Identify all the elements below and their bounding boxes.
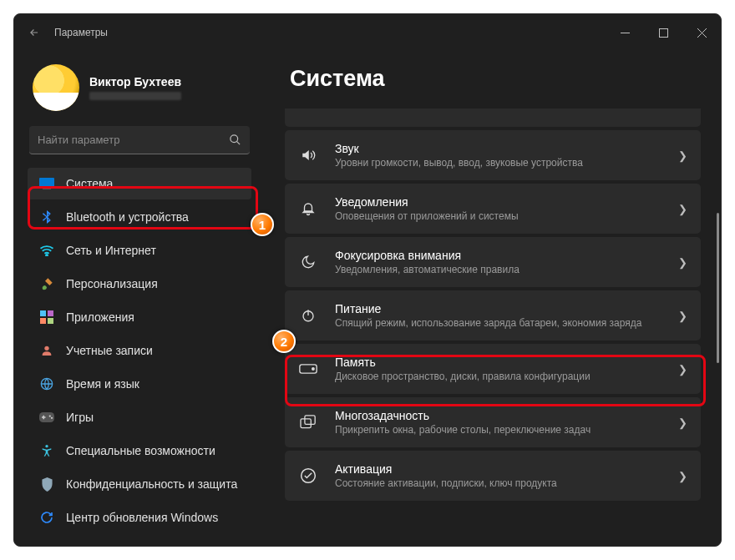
sound-icon xyxy=(298,145,318,165)
svg-point-12 xyxy=(49,415,51,416)
card-desc: Уведомления, автоматические правила xyxy=(335,264,678,275)
minimize-button[interactable] xyxy=(606,19,644,46)
card-title: Активация xyxy=(335,462,678,476)
svg-rect-15 xyxy=(43,416,45,420)
card-title: Многозадачность xyxy=(335,409,678,422)
card-title: Память xyxy=(335,356,678,369)
check-circle-icon xyxy=(298,466,318,486)
card-desc: Дисковое пространство, диски, правила ко… xyxy=(335,371,678,382)
chevron-right-icon: ❯ xyxy=(678,363,687,376)
svg-point-10 xyxy=(44,346,48,351)
close-button[interactable] xyxy=(682,19,721,46)
card-desc: Прикрепить окна, рабочие столы, переключ… xyxy=(335,424,678,436)
sidebar-item-label: Bluetooth и устройства xyxy=(66,210,189,224)
back-button[interactable] xyxy=(21,19,48,46)
shield-icon xyxy=(39,477,54,492)
card-storage[interactable]: Память Дисковое пространство, диски, пра… xyxy=(285,344,701,394)
titlebar: Параметры xyxy=(14,14,721,51)
card-desc: Оповещения от приложений и системы xyxy=(335,210,678,222)
profile-block[interactable]: Виктор Бухтеев xyxy=(33,64,251,111)
sidebar-item-label: Сеть и Интернет xyxy=(66,244,156,257)
sidebar-item-label: Конфиденциальность и защита xyxy=(66,477,237,491)
svg-rect-7 xyxy=(48,310,53,316)
card-activation[interactable]: Активация Состояние активации, подписки,… xyxy=(285,451,701,501)
card-desc: Уровни громкости, вывод, ввод, звуковые … xyxy=(335,157,678,169)
multitasking-icon xyxy=(298,412,318,432)
apps-icon xyxy=(39,310,54,325)
sidebar-item-privacy[interactable]: Конфиденциальность и защита xyxy=(28,468,251,500)
sidebar-item-accessibility[interactable]: Специальные возможности xyxy=(28,435,251,467)
svg-rect-6 xyxy=(40,310,46,316)
gamepad-icon xyxy=(39,410,54,425)
sidebar: Виктор Бухтеев Система xyxy=(14,51,265,546)
svg-rect-21 xyxy=(305,416,315,425)
svg-rect-9 xyxy=(48,318,53,324)
card-sound[interactable]: Звук Уровни громкости, вывод, ввод, звук… xyxy=(285,130,701,180)
chevron-right-icon: ❯ xyxy=(678,256,687,269)
sidebar-item-label: Система xyxy=(66,177,113,190)
sidebar-item-network[interactable]: Сеть и Интернет xyxy=(28,235,251,266)
sidebar-item-label: Персонализация xyxy=(66,277,158,290)
sidebar-item-label: Специальные возможности xyxy=(66,444,215,457)
svg-point-2 xyxy=(231,135,238,143)
chevron-right-icon: ❯ xyxy=(678,310,687,322)
moon-icon xyxy=(298,252,318,272)
sidebar-item-time-language[interactable]: Время и язык xyxy=(28,368,251,400)
avatar xyxy=(33,64,79,111)
scrollbar-thumb[interactable] xyxy=(717,213,719,363)
profile-name: Виктор Бухтеев xyxy=(89,75,181,88)
sidebar-item-personalization[interactable]: Персонализация xyxy=(28,268,251,300)
search-input[interactable] xyxy=(38,134,229,146)
card-multitasking[interactable]: Многозадачность Прикрепить окна, рабочие… xyxy=(285,397,701,447)
sidebar-item-accounts[interactable]: Учетные записи xyxy=(28,335,251,366)
card-title: Звук xyxy=(335,142,678,155)
svg-point-19 xyxy=(312,368,315,371)
system-icon xyxy=(39,176,54,191)
storage-icon xyxy=(298,359,318,379)
chevron-right-icon: ❯ xyxy=(678,470,687,482)
sidebar-item-label: Игры xyxy=(66,411,94,424)
bell-icon xyxy=(298,199,318,219)
sidebar-item-system[interactable]: Система xyxy=(28,168,251,199)
chevron-right-icon: ❯ xyxy=(678,203,687,215)
profile-email-redacted xyxy=(89,92,181,100)
sidebar-item-label: Время и язык xyxy=(66,377,139,391)
sidebar-item-label: Учетные записи xyxy=(66,344,153,357)
card-title: Питание xyxy=(335,302,678,315)
search-box[interactable] xyxy=(29,126,250,154)
card-desc: Состояние активации, подписки, ключ прод… xyxy=(335,477,678,489)
page-title: Система xyxy=(290,66,701,92)
chevron-right-icon: ❯ xyxy=(678,416,687,429)
card-desc: Спящий режим, использование заряда батар… xyxy=(335,317,678,329)
main-panel: Система Звук Уровни громкости, вывод, вв… xyxy=(265,51,721,546)
card-clipped-top[interactable] xyxy=(285,108,701,127)
svg-point-5 xyxy=(46,255,48,256)
globe-icon xyxy=(39,376,54,391)
accessibility-icon xyxy=(39,443,54,458)
sidebar-item-bluetooth[interactable]: Bluetooth и устройства xyxy=(28,201,251,233)
card-notifications[interactable]: Уведомления Оповещения от приложений и с… xyxy=(285,184,701,234)
sidebar-item-windows-update[interactable]: Центр обновления Windows xyxy=(28,502,251,533)
card-title: Фокусировка внимания xyxy=(335,249,678,262)
svg-rect-0 xyxy=(621,33,630,33)
card-focus-assist[interactable]: Фокусировка внимания Уведомления, автома… xyxy=(285,237,701,287)
sidebar-item-apps[interactable]: Приложения xyxy=(28,301,251,333)
svg-point-16 xyxy=(45,445,48,447)
svg-rect-4 xyxy=(43,188,51,189)
maximize-button[interactable] xyxy=(644,19,682,46)
sidebar-item-gaming[interactable]: Игры xyxy=(28,401,251,433)
power-icon xyxy=(298,305,318,325)
svg-rect-8 xyxy=(40,318,46,324)
sidebar-item-label: Центр обновления Windows xyxy=(66,511,218,524)
wifi-icon xyxy=(39,243,54,258)
settings-window: Параметры Виктор Бухтеев xyxy=(13,13,722,547)
svg-rect-1 xyxy=(659,28,667,37)
svg-rect-3 xyxy=(39,178,54,188)
bluetooth-icon xyxy=(39,209,54,225)
accounts-icon xyxy=(39,343,54,358)
card-power[interactable]: Питание Спящий режим, использование заря… xyxy=(285,290,701,341)
sidebar-item-label: Приложения xyxy=(66,310,134,324)
svg-point-13 xyxy=(51,417,53,419)
card-title: Уведомления xyxy=(335,195,678,209)
search-icon xyxy=(229,134,241,146)
